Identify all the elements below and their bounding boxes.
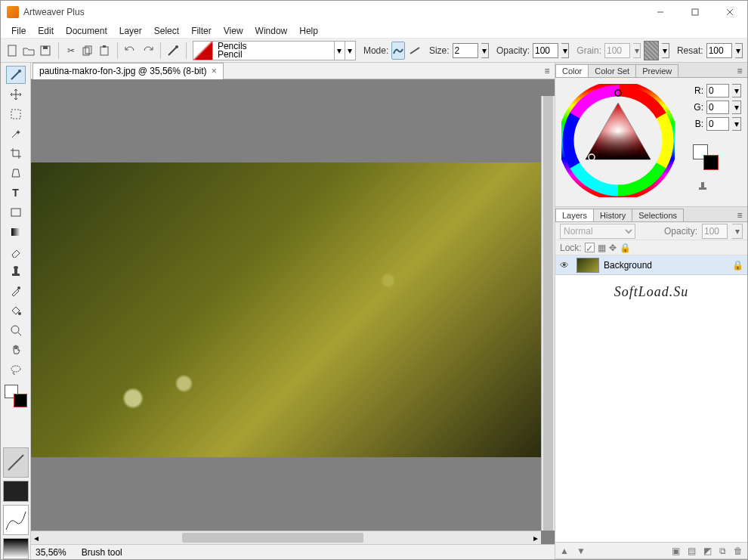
r-input[interactable]: [706, 84, 729, 97]
color-wheel[interactable]: [561, 84, 675, 197]
undo-button[interactable]: [124, 42, 138, 60]
move-tool[interactable]: [6, 85, 26, 104]
menu-window[interactable]: Window: [249, 24, 294, 38]
resat-dropdown[interactable]: ▾: [735, 43, 743, 58]
new-mask-icon[interactable]: ◩: [703, 546, 712, 556]
brush-preview-4[interactable]: [3, 538, 29, 559]
brush-variant-dropdown[interactable]: ▾: [345, 42, 355, 60]
brush-preview-1[interactable]: [3, 447, 29, 478]
document-tab-close-icon[interactable]: ×: [212, 66, 217, 76]
open-file-button[interactable]: [22, 42, 36, 60]
new-layer-icon[interactable]: ▤: [688, 546, 696, 556]
menu-view[interactable]: View: [218, 24, 249, 38]
gradient-tool[interactable]: [6, 223, 26, 241]
layer-up-icon[interactable]: ▲: [560, 546, 569, 556]
close-button[interactable]: [712, 1, 747, 23]
new-group-icon[interactable]: ▣: [672, 546, 680, 556]
fill-tool[interactable]: [6, 302, 26, 320]
layer-thumbnail[interactable]: [576, 258, 599, 273]
opacity-input[interactable]: [533, 43, 558, 58]
brush-selector[interactable]: Pencils Pencil ▾ ▾: [193, 41, 356, 60]
layers-panel-menu-icon[interactable]: ≡: [734, 209, 746, 221]
paper-texture-dropdown[interactable]: ▾: [662, 43, 669, 58]
r-dropdown[interactable]: ▾: [732, 84, 741, 97]
brush-tool[interactable]: [6, 66, 26, 84]
lock-position-icon[interactable]: ✥: [609, 243, 617, 253]
zoom-tool[interactable]: [6, 321, 26, 339]
statusbar: 35,56% Brush tool: [31, 544, 555, 559]
menu-document[interactable]: Document: [60, 24, 113, 38]
menu-select[interactable]: Select: [148, 24, 185, 38]
mode-buildup-button[interactable]: [391, 42, 405, 60]
background-color-swatch[interactable]: [14, 394, 27, 407]
resat-input[interactable]: [706, 43, 732, 58]
menu-edit[interactable]: Edit: [32, 24, 60, 38]
menu-help[interactable]: Help: [293, 24, 324, 38]
layer-down-icon[interactable]: ▼: [576, 546, 586, 556]
layer-visibility-icon[interactable]: 👁: [560, 260, 572, 271]
brush-indicator-icon[interactable]: [166, 42, 180, 60]
lasso-tool[interactable]: [6, 360, 26, 379]
horizontal-scrollbar[interactable]: ◂ ▸: [31, 531, 541, 544]
eyedropper-tool[interactable]: [6, 282, 26, 300]
duplicate-layer-icon[interactable]: ⧉: [719, 546, 726, 556]
app-window: Artweaver Plus File Edit Document Layer …: [0, 0, 748, 560]
brush-preview-3[interactable]: [3, 505, 29, 535]
panel-bg-swatch[interactable]: [703, 155, 719, 170]
size-input[interactable]: [453, 43, 478, 58]
tab-color-set[interactable]: Color Set: [588, 64, 636, 77]
wand-tool[interactable]: [6, 125, 26, 143]
brush-category-dropdown[interactable]: ▾: [334, 42, 345, 60]
tab-selections[interactable]: Selections: [632, 209, 684, 221]
lock-pixels-icon[interactable]: ▦: [598, 243, 606, 253]
canvas-image[interactable]: [31, 162, 541, 457]
delete-layer-icon[interactable]: 🗑: [734, 546, 743, 556]
mode-cover-button[interactable]: [408, 42, 422, 60]
size-dropdown[interactable]: ▾: [481, 43, 489, 58]
g-input[interactable]: [706, 101, 729, 114]
tab-preview[interactable]: Preview: [635, 64, 678, 77]
menu-file[interactable]: File: [5, 24, 32, 38]
optionbar: ✂ Pencils Pencil ▾ ▾ Mode: Size: ▾ Opaci…: [1, 39, 747, 63]
tab-history[interactable]: History: [593, 209, 632, 221]
shape-tool[interactable]: [6, 203, 26, 221]
color-panel-menu-icon[interactable]: ≡: [734, 65, 746, 77]
brush-preview-2[interactable]: [3, 481, 29, 502]
text-tool[interactable]: T: [6, 184, 26, 202]
paper-texture-swatch[interactable]: [644, 41, 658, 60]
panel-color-swatches[interactable]: [693, 144, 719, 170]
lock-all-icon[interactable]: 🔒: [620, 243, 631, 253]
marquee-tool[interactable]: [6, 105, 26, 123]
save-file-button[interactable]: [39, 42, 52, 60]
document-tab[interactable]: pautina-makro-fon-3.jpg @ 35,56% (8-bit)…: [32, 63, 224, 79]
vertical-scrollbar[interactable]: [541, 96, 555, 531]
g-dropdown[interactable]: ▾: [732, 101, 741, 114]
watermark-text: SoftLoad.Su: [555, 275, 747, 309]
svg-rect-9: [100, 47, 108, 55]
tab-color[interactable]: Color: [555, 64, 589, 77]
eraser-tool[interactable]: [6, 243, 26, 261]
copy-button[interactable]: [81, 42, 94, 60]
lock-transparent-checkbox[interactable]: ✓: [585, 243, 595, 252]
hand-tool[interactable]: [6, 341, 26, 359]
document-tab-menu-icon[interactable]: ≡: [539, 63, 555, 79]
stamp-color-icon[interactable]: [693, 176, 712, 194]
cut-button[interactable]: ✂: [64, 42, 78, 60]
crop-tool[interactable]: [6, 144, 26, 162]
layer-row[interactable]: 👁 Background 🔒: [555, 255, 747, 275]
tab-layers[interactable]: Layers: [555, 209, 594, 221]
maximize-button[interactable]: [678, 1, 712, 23]
stamp-tool[interactable]: [6, 262, 26, 280]
b-input[interactable]: [706, 117, 729, 131]
new-file-button[interactable]: [5, 42, 19, 60]
color-swatches[interactable]: [5, 385, 27, 407]
menu-layer[interactable]: Layer: [113, 24, 148, 38]
perspective-tool[interactable]: [6, 164, 26, 182]
paste-button[interactable]: [97, 42, 111, 60]
b-dropdown[interactable]: ▾: [732, 117, 741, 131]
redo-button[interactable]: [141, 42, 154, 60]
menu-filter[interactable]: Filter: [185, 24, 218, 38]
opacity-dropdown[interactable]: ▾: [561, 43, 569, 58]
minimize-button[interactable]: [643, 1, 678, 23]
svg-rect-10: [103, 45, 106, 48]
